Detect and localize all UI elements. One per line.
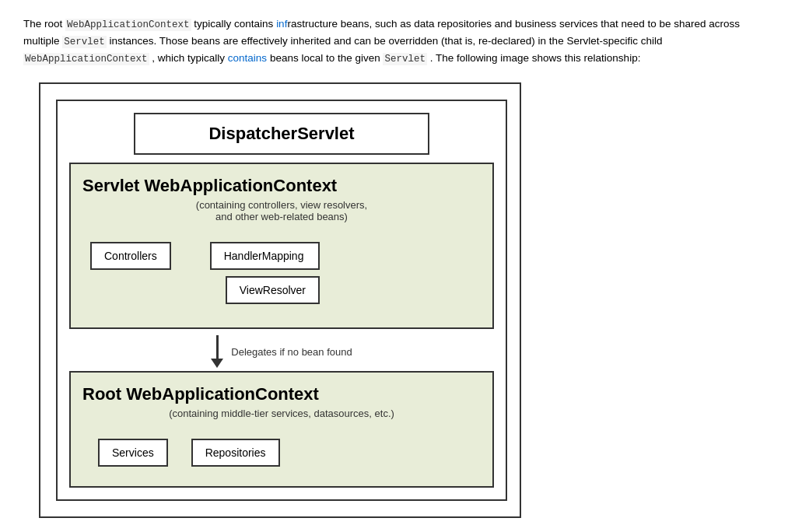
servlet-context-subtitle-1: (containing controllers, view resolvers, — [196, 199, 367, 211]
servlet-context-box: Servlet WebApplicationContext (containin… — [69, 163, 494, 329]
root-context-box: Root WebApplicationContext (containing m… — [69, 371, 494, 488]
arrow-down — [211, 335, 223, 368]
code-servlet-1: Servlet — [62, 36, 107, 48]
services-label: Services — [112, 446, 154, 459]
root-context-subtitle: (containing middle-tier services, dataso… — [82, 408, 481, 419]
view-resolver-label: ViewResolver — [240, 284, 306, 296]
intro-paragraph: The root WebApplicationContext typically… — [23, 16, 779, 67]
servlet-context-title: Servlet WebApplicationContext — [82, 176, 481, 196]
delegate-text: Delegates if no bean found — [231, 346, 352, 358]
root-beans-row: Services Repositories — [82, 431, 481, 474]
view-resolver-box: ViewResolver — [226, 276, 320, 304]
controllers-label: Controllers — [104, 250, 157, 262]
arrow-shaft — [216, 335, 219, 359]
dispatcher-servlet-label: DispatcherServlet — [208, 124, 354, 143]
servlet-beans-row: Controllers HandlerMapping ViewResolver — [82, 234, 481, 316]
intro-text-4: , which typically contains beans local t… — [149, 52, 383, 64]
repositories-box: Repositories — [191, 439, 280, 467]
servlet-context-subtitle: (containing controllers, view resolvers,… — [82, 199, 481, 222]
dispatcher-servlet-box: DispatcherServlet — [134, 113, 429, 155]
code-web-app-context-2: WebApplicationContext — [23, 53, 149, 65]
root-context-title: Root WebApplicationContext — [82, 384, 481, 404]
arrow-head — [211, 359, 223, 368]
diagram-container: DispatcherServlet Servlet WebApplication… — [39, 82, 521, 518]
code-servlet-2: Servlet — [383, 53, 427, 65]
handler-mapping-box: HandlerMapping — [210, 242, 320, 270]
intro-text-5: . The following image shows this relatio… — [427, 52, 640, 64]
servlet-context-subtitle-2: and other web-related beans) — [215, 211, 348, 222]
handler-mapping-label: HandlerMapping — [224, 250, 304, 262]
repositories-label: Repositories — [205, 446, 266, 459]
controllers-box: Controllers — [90, 242, 171, 270]
delegate-row: Delegates if no bean found — [69, 329, 494, 371]
outer-wrapper: DispatcherServlet Servlet WebApplication… — [56, 100, 507, 501]
code-web-app-context-1: WebApplicationContext — [65, 19, 191, 31]
intro-text-1: The root — [23, 18, 65, 30]
services-box: Services — [98, 439, 168, 467]
intro-text-3: instances. Those beans are effectively i… — [107, 35, 663, 47]
